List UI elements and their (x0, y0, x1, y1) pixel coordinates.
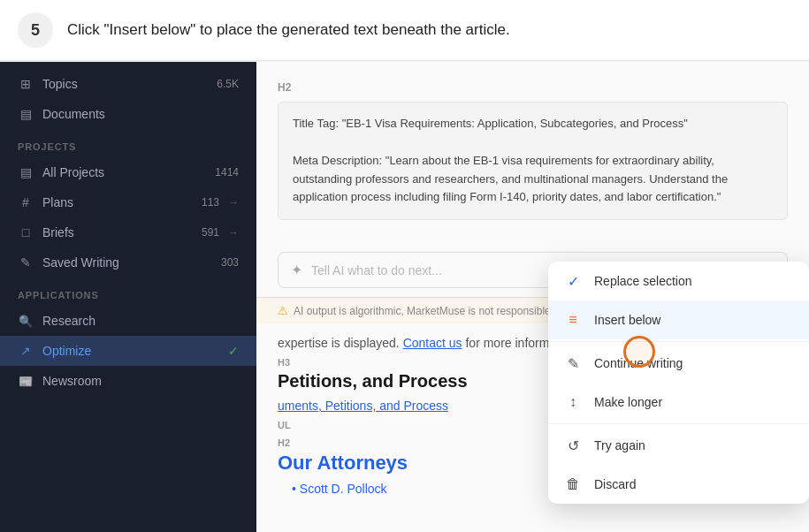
sidebar-item-research[interactable]: 🔍 Research (0, 306, 256, 336)
all-projects-label: All Projects (42, 165, 206, 179)
content-area: H2 Title Tag: "EB-1 Visa Requirements: A… (256, 62, 809, 532)
insert-label: Insert below (594, 313, 660, 327)
applications-section-label: APPLICATIONS (0, 277, 256, 306)
discard-icon: 🗑 (564, 475, 582, 493)
insert-icon: ≡ (564, 311, 582, 329)
documents-icon: ▤ (18, 106, 34, 122)
try-again-icon: ↺ (564, 437, 582, 454)
dropdown-divider-2 (548, 423, 809, 424)
sidebar-item-optimize[interactable]: ↗ Optimize ✓ (0, 336, 256, 366)
step-banner: 5 Click "Insert below" to place the gene… (0, 0, 809, 61)
dropdown-make-longer[interactable]: ↕ Make longer (548, 383, 809, 422)
sidebar-item-topics[interactable]: ⊞ Topics 6.5K (0, 69, 256, 99)
sidebar-item-newsroom[interactable]: 📰 Newsroom (0, 366, 256, 396)
briefs-arrow: → (228, 226, 239, 239)
optimize-label: Optimize (42, 344, 219, 358)
optimize-icon: ↗ (18, 343, 34, 359)
sidebar-item-documents[interactable]: ▤ Documents (0, 99, 256, 129)
step-number: 5 (18, 12, 53, 48)
try-again-label: Try again (594, 438, 645, 452)
make-longer-label: Make longer (594, 395, 662, 409)
briefs-label: Briefs (42, 225, 193, 239)
briefs-badge: 591 (202, 226, 219, 239)
plans-arrow: → (228, 196, 239, 209)
sidebar: ⊞ Topics 6.5K ▤ Documents PROJECTS ▤ All… (0, 62, 256, 532)
research-label: Research (42, 314, 239, 328)
all-projects-badge: 1414 (215, 166, 239, 179)
continue-label: Continue writing (594, 356, 683, 370)
dropdown-replace-selection[interactable]: ✓ Replace selection (548, 262, 809, 300)
topics-icon: ⊞ (18, 76, 34, 92)
check-icon: ✓ (564, 272, 582, 290)
topics-label: Topics (42, 77, 208, 91)
sidebar-item-saved-writing[interactable]: ✎ Saved Writing 303 (0, 247, 256, 277)
briefs-icon: □ (18, 224, 34, 240)
plans-icon: # (18, 194, 34, 210)
sidebar-item-plans[interactable]: # Plans 113 → (0, 187, 256, 217)
projects-section-label: PROJECTS (0, 129, 256, 157)
step-text: Click "Insert below" to place the genera… (67, 21, 510, 39)
documents-label: Documents (42, 107, 239, 121)
continue-icon: ✎ (564, 354, 582, 372)
newsroom-label: Newsroom (42, 374, 239, 388)
dropdown-menu: ✓ Replace selection ≡ Insert below ✎ Con… (548, 262, 809, 504)
dropdown-try-again[interactable]: ↺ Try again (548, 426, 809, 465)
optimize-checkmark: ✓ (228, 344, 239, 358)
plans-badge: 113 (202, 196, 219, 209)
dropdown-divider-1 (548, 341, 809, 342)
make-longer-icon: ↕ (564, 393, 582, 411)
discard-label: Discard (594, 477, 636, 491)
saved-writing-icon: ✎ (18, 255, 34, 270)
sidebar-item-briefs[interactable]: □ Briefs 591 → (0, 217, 256, 247)
saved-writing-badge: 303 (221, 256, 239, 269)
plans-label: Plans (42, 195, 193, 209)
dropdown-insert-below[interactable]: ≡ Insert below (548, 300, 809, 339)
research-icon: 🔍 (18, 313, 34, 329)
replace-label: Replace selection (594, 274, 692, 288)
dropdown-discard[interactable]: 🗑 Discard (548, 465, 809, 504)
topics-badge: 6.5K (217, 78, 239, 90)
dropdown-continue-writing[interactable]: ✎ Continue writing (548, 344, 809, 383)
main-layout: ⊞ Topics 6.5K ▤ Documents PROJECTS ▤ All… (0, 62, 809, 532)
all-projects-icon: ▤ (18, 164, 34, 180)
sidebar-item-all-projects[interactable]: ▤ All Projects 1414 (0, 157, 256, 187)
saved-writing-label: Saved Writing (42, 255, 212, 270)
newsroom-icon: 📰 (18, 373, 34, 389)
